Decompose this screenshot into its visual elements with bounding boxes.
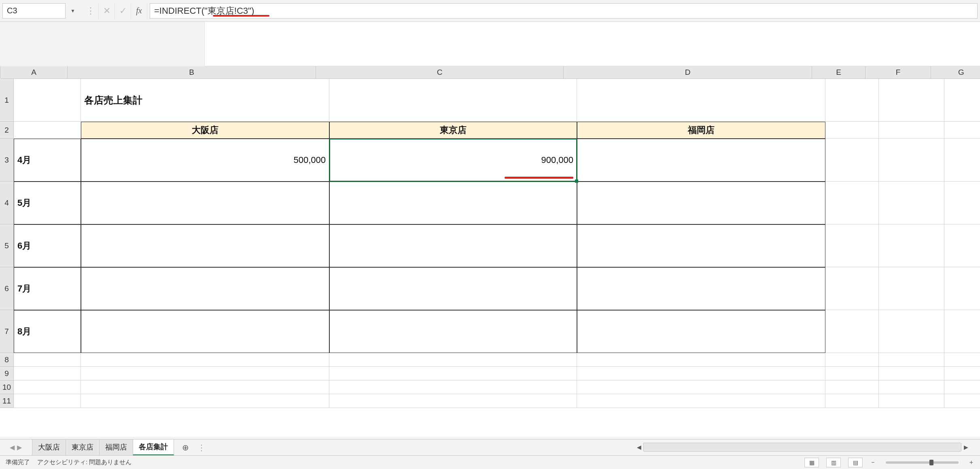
cell-D4[interactable]: [577, 182, 825, 224]
cell-A9[interactable]: [14, 367, 81, 380]
cell-B6[interactable]: [81, 267, 329, 310]
cell-A7[interactable]: 8月: [14, 310, 81, 353]
cell-F5[interactable]: [879, 224, 944, 267]
cell-F6[interactable]: [879, 267, 944, 310]
row-header-8[interactable]: 8: [0, 353, 14, 367]
cell-E7[interactable]: [825, 310, 879, 353]
cell-G7[interactable]: [944, 310, 980, 353]
cell-A6[interactable]: 7月: [14, 267, 81, 310]
formula-input[interactable]: =INDIRECT("東京店!C3"): [150, 3, 978, 19]
cell-A2[interactable]: [14, 122, 81, 139]
cell-D9[interactable]: [577, 367, 825, 380]
row-header-10[interactable]: 10: [0, 380, 14, 394]
cell-C7[interactable]: [329, 310, 577, 353]
cell-A11[interactable]: [14, 394, 81, 408]
cell-E1[interactable]: [825, 79, 879, 122]
cell-D6[interactable]: [577, 267, 825, 310]
cancel-icon[interactable]: ✕: [99, 3, 115, 19]
col-header-G[interactable]: G: [931, 66, 980, 78]
table-header-tokyo[interactable]: 東京店: [329, 122, 577, 139]
row-header-1[interactable]: 1: [0, 79, 14, 122]
cell-B4[interactable]: [81, 182, 329, 224]
cell-E8[interactable]: [825, 353, 879, 367]
cell-G2[interactable]: [944, 122, 980, 139]
formula-vdots-icon[interactable]: ⋮: [83, 3, 99, 19]
zoom-in-icon[interactable]: ＋: [968, 458, 974, 466]
cell-A3[interactable]: 4月: [14, 139, 81, 182]
cell-G10[interactable]: [944, 380, 980, 394]
row-header-7[interactable]: 7: [0, 310, 14, 353]
row-header-2[interactable]: 2: [0, 122, 14, 139]
sheet-tab-tokyo[interactable]: 東京店: [66, 439, 100, 456]
enter-icon[interactable]: ✓: [115, 3, 131, 19]
cell-B8[interactable]: [81, 353, 329, 367]
cell-G5[interactable]: [944, 224, 980, 267]
cell-B3[interactable]: 500,000: [81, 139, 329, 182]
cell-D8[interactable]: [577, 353, 825, 367]
cell-D1[interactable]: [577, 79, 825, 122]
table-header-fukuoka[interactable]: 福岡店: [577, 122, 825, 139]
select-all-corner[interactable]: [0, 66, 0, 78]
cell-C8[interactable]: [329, 353, 577, 367]
cell-G1[interactable]: [944, 79, 980, 122]
cell-F3[interactable]: [879, 139, 944, 182]
cell-C10[interactable]: [329, 380, 577, 394]
scroll-track[interactable]: [643, 443, 961, 452]
view-page-break-icon[interactable]: ▤: [848, 458, 863, 467]
cell-B1-title[interactable]: 各店売上集計: [81, 79, 329, 122]
cell-E6[interactable]: [825, 267, 879, 310]
cell-F11[interactable]: [879, 394, 944, 408]
row-header-5[interactable]: 5: [0, 224, 14, 267]
horizontal-scrollbar[interactable]: ◀ ▶: [634, 439, 970, 455]
cell-B7[interactable]: [81, 310, 329, 353]
col-header-D[interactable]: D: [564, 66, 812, 78]
grid-body[interactable]: 各店売上集計 大阪店 東京店 福岡店: [14, 79, 980, 437]
cell-F8[interactable]: [879, 353, 944, 367]
cell-B11[interactable]: [81, 394, 329, 408]
cell-G3[interactable]: [944, 139, 980, 182]
cell-C11[interactable]: [329, 394, 577, 408]
cell-E9[interactable]: [825, 367, 879, 380]
cell-G9[interactable]: [944, 367, 980, 380]
col-header-C[interactable]: C: [316, 66, 564, 78]
cell-C9[interactable]: [329, 367, 577, 380]
sheet-tab-osaka[interactable]: 大阪店: [32, 439, 66, 456]
cell-C5[interactable]: [329, 224, 577, 267]
tab-prev-icon[interactable]: ◀: [10, 444, 15, 451]
cell-D5[interactable]: [577, 224, 825, 267]
table-header-osaka[interactable]: 大阪店: [81, 122, 329, 139]
col-header-E[interactable]: E: [812, 66, 865, 78]
cell-E5[interactable]: [825, 224, 879, 267]
cell-A1[interactable]: [14, 79, 81, 122]
name-box[interactable]: C3: [2, 3, 66, 19]
scroll-right-icon[interactable]: ▶: [961, 443, 970, 452]
cell-E3[interactable]: [825, 139, 879, 182]
cell-E11[interactable]: [825, 394, 879, 408]
cell-F1[interactable]: [879, 79, 944, 122]
cell-D3[interactable]: [577, 139, 825, 182]
cell-D11[interactable]: [577, 394, 825, 408]
cell-C1[interactable]: [329, 79, 577, 122]
fx-icon[interactable]: fx: [131, 3, 147, 19]
sheet-tab-summary[interactable]: 各店集計: [133, 439, 174, 456]
cell-A4[interactable]: 5月: [14, 182, 81, 224]
view-normal-icon[interactable]: ▦: [804, 458, 819, 467]
zoom-out-icon[interactable]: －: [870, 458, 876, 466]
cell-B9[interactable]: [81, 367, 329, 380]
cell-G8[interactable]: [944, 353, 980, 367]
cell-F7[interactable]: [879, 310, 944, 353]
cell-E4[interactable]: [825, 182, 879, 224]
cell-A5[interactable]: 6月: [14, 224, 81, 267]
name-box-dropdown-icon[interactable]: ▼: [68, 3, 78, 19]
cell-F9[interactable]: [879, 367, 944, 380]
tab-more-icon[interactable]: ⋮: [197, 443, 206, 452]
tab-next-icon[interactable]: ▶: [17, 444, 22, 451]
cell-B5[interactable]: [81, 224, 329, 267]
cell-E10[interactable]: [825, 380, 879, 394]
cell-F2[interactable]: [879, 122, 944, 139]
cell-F4[interactable]: [879, 182, 944, 224]
view-page-layout-icon[interactable]: ▥: [826, 458, 841, 467]
row-header-6[interactable]: 6: [0, 267, 14, 310]
cell-G6[interactable]: [944, 267, 980, 310]
cell-D10[interactable]: [577, 380, 825, 394]
